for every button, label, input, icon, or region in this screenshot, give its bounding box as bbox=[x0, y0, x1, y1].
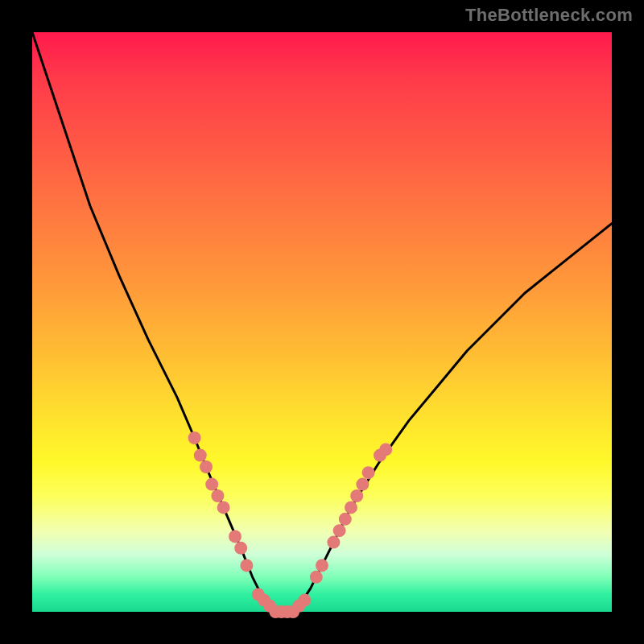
marker-dot bbox=[200, 460, 213, 473]
marker-dot bbox=[229, 530, 242, 543]
bottleneck-curve bbox=[32, 32, 612, 612]
marker-dot bbox=[379, 443, 392, 456]
marker-group bbox=[188, 431, 393, 618]
marker-dot bbox=[333, 524, 346, 537]
marker-dot bbox=[356, 478, 369, 491]
marker-dot bbox=[310, 571, 323, 584]
marker-dot bbox=[205, 478, 218, 491]
watermark-text: TheBottleneck.com bbox=[465, 5, 633, 26]
marker-dot bbox=[217, 501, 230, 514]
marker-dot bbox=[362, 466, 375, 479]
chart-frame: TheBottleneck.com bbox=[0, 0, 644, 644]
marker-dot bbox=[211, 489, 224, 502]
marker-dot bbox=[234, 542, 247, 555]
marker-dot bbox=[339, 513, 352, 526]
bottleneck-curve-path bbox=[32, 32, 612, 612]
marker-dot bbox=[298, 594, 311, 607]
marker-dot bbox=[188, 431, 201, 444]
marker-dot bbox=[350, 489, 363, 502]
marker-dot bbox=[345, 501, 357, 514]
marker-dot bbox=[194, 449, 207, 462]
marker-dot bbox=[316, 559, 328, 572]
curve-svg bbox=[32, 32, 612, 612]
marker-dot bbox=[327, 536, 340, 549]
marker-dot bbox=[240, 559, 253, 572]
plot-area bbox=[32, 32, 612, 612]
